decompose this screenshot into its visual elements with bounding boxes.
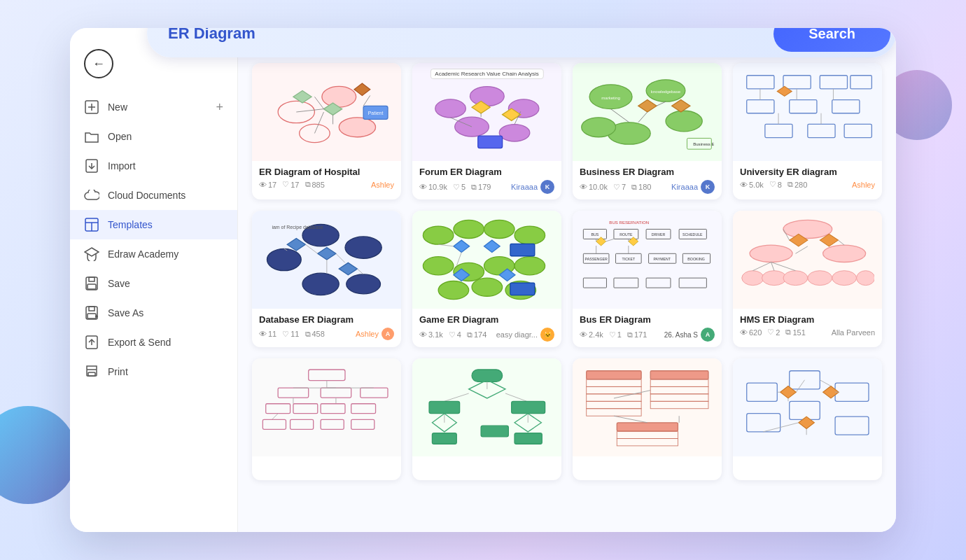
svg-text:DRIVER: DRIVER (651, 232, 665, 237)
svg-rect-158 (360, 388, 387, 398)
sidebar-item-export[interactable]: Export & Send (70, 328, 237, 357)
svg-rect-63 (850, 76, 871, 89)
card-business-er[interactable]: marketing knowledgebase Business ER Diag… (573, 63, 722, 200)
sidebar-item-cloud[interactable]: Cloud Documents (70, 181, 237, 210)
svg-rect-187 (586, 371, 640, 379)
card-university-er[interactable]: University ER diagram 👁 5.0k ♡ 8 ⧉ 280 A… (733, 63, 882, 200)
card-meta: 👁 5.0k ♡ 8 ⧉ 280 Ashley (740, 180, 875, 189)
svg-point-52 (581, 118, 615, 137)
card-bus-er[interactable]: BUS RESERVATION BUS ROUTE DRIVER SCHEDUL… (573, 211, 722, 347)
svg-point-141 (762, 271, 786, 286)
cloud-icon (84, 188, 99, 203)
svg-line-133 (606, 239, 613, 241)
svg-rect-166 (321, 404, 345, 414)
author-avatar: K (701, 180, 715, 194)
card-er-hospital[interactable]: Patient ER Diagram of Hospital 👁 17 ♡ 17… (252, 63, 401, 200)
sidebar-item-import-label: Import (108, 160, 136, 172)
svg-rect-194 (650, 379, 708, 386)
svg-text:BUS RESERVATION: BUS RESERVATION (609, 220, 649, 225)
svg-point-97 (514, 257, 545, 275)
svg-point-138 (750, 245, 792, 262)
svg-rect-154 (308, 370, 344, 381)
svg-line-34 (363, 95, 370, 106)
svg-line-150 (838, 240, 844, 245)
sidebar-item-saveas[interactable]: Save As (70, 298, 237, 328)
card-stats: 👁 10.9k ♡ 5 ⧉ 179 (419, 183, 491, 192)
card-author: Alla Parveen (832, 328, 875, 337)
svg-point-22 (322, 86, 356, 107)
svg-text:BUS: BUS (591, 232, 598, 237)
card-table-er[interactable] (573, 358, 722, 480)
svg-marker-54 (671, 100, 690, 112)
card-game-er[interactable]: Game ER Diagram 👁 3.1k ♡ 4 ⧉ 174 easy di… (412, 211, 561, 347)
svg-rect-127 (614, 278, 638, 288)
svg-text:marketing: marketing (601, 95, 620, 100)
card-stats: 👁 2.4k ♡ 1 ⧉ 171 (580, 330, 647, 340)
svg-point-142 (783, 271, 808, 286)
svg-line-151 (752, 262, 771, 270)
svg-marker-81 (317, 248, 335, 260)
card-tree-er[interactable] (252, 358, 401, 480)
svg-point-78 (345, 237, 382, 258)
search-button[interactable]: Search (774, 28, 890, 52)
svg-rect-66 (832, 100, 859, 113)
svg-rect-69 (844, 124, 872, 137)
svg-line-202 (614, 416, 648, 423)
card-title: Game ER Diagram (419, 314, 554, 325)
card-title: Forum ER Diagram (419, 167, 554, 177)
svg-rect-64 (746, 100, 774, 113)
card-stats: 👁 11 ♡ 11 ⧉ 458 (259, 330, 325, 339)
svg-line-177 (505, 393, 526, 401)
svg-line-168 (272, 414, 278, 420)
svg-point-139 (822, 245, 865, 262)
sidebar-item-export-label: Export & Send (108, 337, 171, 348)
sidebar-item-academy[interactable]: Edraw Academy (70, 239, 237, 269)
svg-rect-65 (789, 100, 816, 113)
sidebar-item-new[interactable]: New + (70, 92, 237, 122)
svg-text:PAYMENT: PAYMENT (653, 257, 671, 261)
svg-text:SCHEDULE: SCHEDULE (682, 232, 703, 237)
svg-rect-185 (481, 426, 508, 437)
card-database-er[interactable]: iam of Recipe database Database ER Diagr… (252, 211, 401, 347)
svg-line-107 (438, 244, 454, 246)
svg-line-55 (610, 109, 629, 122)
main-container: Search ← New + Open Import (70, 28, 896, 532)
svg-rect-196 (650, 394, 708, 401)
svg-point-90 (423, 226, 454, 244)
svg-marker-83 (339, 262, 357, 274)
author-avatar: K (540, 180, 554, 194)
svg-line-28 (296, 109, 323, 112)
card-title (419, 462, 554, 472)
svg-point-80 (346, 274, 380, 294)
sidebar-item-import[interactable]: Import (70, 151, 237, 181)
svg-marker-33 (354, 83, 370, 95)
card-author: Kiraaaa (511, 183, 538, 191)
svg-rect-126 (583, 278, 606, 288)
card-flowchart-er[interactable] (412, 358, 561, 480)
svg-rect-186 (514, 433, 542, 444)
card-stats: 👁 17 ♡ 17 ⧉ 885 (259, 180, 325, 189)
card-meta: 👁 2.4k ♡ 1 ⧉ 171 26. Asha S A (580, 328, 715, 342)
card-author: Ashley (852, 181, 875, 189)
sidebar-item-cloud-label: Cloud Documents (108, 190, 186, 201)
sidebar-item-open[interactable]: Open (70, 122, 237, 151)
sidebar-item-save[interactable]: Save (70, 269, 237, 298)
sidebar-item-print[interactable]: Print (70, 357, 237, 386)
svg-point-94 (423, 257, 454, 275)
svg-point-99 (472, 278, 503, 296)
back-button[interactable]: ← (84, 49, 113, 78)
card-author: 26. Asha S (664, 331, 698, 339)
svg-rect-197 (650, 401, 708, 408)
card-relational-er[interactable] (733, 358, 882, 480)
sidebar-item-templates[interactable]: Templates (70, 210, 237, 239)
svg-text:Business ER Diagram: Business ER Diagram (693, 141, 714, 146)
print-icon (84, 364, 99, 379)
card-hms-er[interactable]: HMS ER Diagram 👁 620 ♡ 2 ⧉ 151 Alla Parv… (733, 211, 882, 347)
card-forum-er[interactable]: Academic Research Value Chain Analysis (412, 63, 561, 200)
svg-point-24 (299, 124, 330, 142)
svg-rect-172 (351, 419, 374, 429)
svg-line-153 (771, 262, 795, 270)
svg-point-140 (741, 271, 763, 286)
svg-marker-102 (484, 240, 500, 252)
search-input[interactable] (168, 28, 774, 43)
